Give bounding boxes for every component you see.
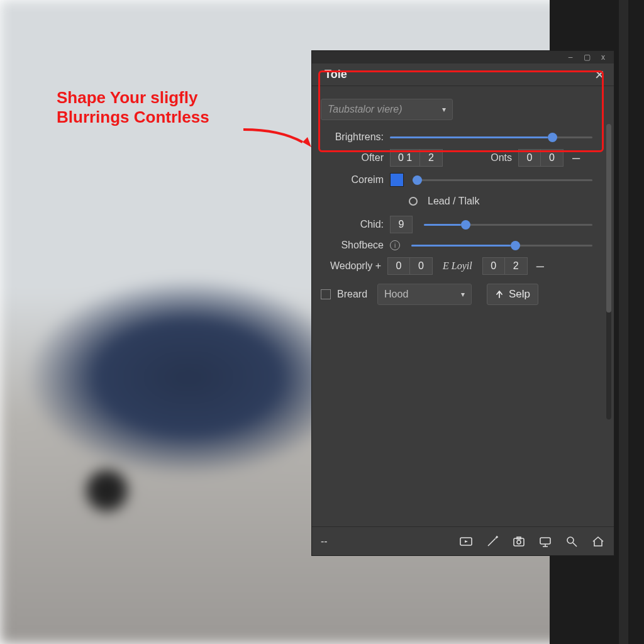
coreim-label: Coreim — [342, 174, 384, 186]
panel-body: Taubstalor viere) ▾ Brightrens: Ofter 0 … — [312, 86, 614, 526]
window-titlebar: – ▢ x — [312, 51, 614, 64]
shofbece-slider[interactable] — [411, 240, 592, 251]
loyil-input-group: 0 2 — [482, 257, 528, 275]
coreim-row: Coreim — [321, 173, 605, 187]
footer-status: -- — [321, 536, 328, 547]
panel-footer: -- — [312, 526, 614, 555]
annotation-line: Shape Your sligfly — [57, 88, 209, 108]
brightness-slider[interactable] — [390, 131, 592, 143]
window-maximize-button[interactable]: ▢ — [582, 53, 591, 62]
selp-button[interactable]: Selp — [487, 284, 538, 305]
lead-talk-row: Lead / Tlalk — [321, 196, 605, 207]
chid-row: Chid: 9 — [321, 216, 605, 233]
shofbece-label: Shofbece — [321, 240, 384, 251]
chevron-down-icon: ▾ — [442, 105, 446, 114]
play-icon[interactable] — [459, 535, 473, 548]
svg-rect-4 — [540, 538, 550, 544]
display-icon[interactable] — [538, 535, 552, 548]
shofbece-row: Shofbece i — [321, 240, 605, 251]
breard-select[interactable]: Hood ▾ — [377, 284, 472, 305]
onts-input-group: 0 0 — [518, 149, 564, 167]
ofter-onts-row: Ofter 0 1 2 Onts 0 0 – — [321, 149, 605, 167]
annotation-line: Blurrings Contrless — [57, 108, 209, 127]
brightness-row: Brightrens: — [321, 131, 605, 143]
ofter-input-group: 0 1 2 — [390, 149, 443, 167]
camera-icon[interactable] — [512, 535, 526, 548]
chid-label: Chid: — [321, 219, 384, 230]
chevron-down-icon: ▾ — [461, 290, 465, 299]
app-right-bar-inner — [619, 0, 628, 644]
onts-label: Onts — [468, 152, 512, 164]
wedoprly-label: Wedoprly + — [321, 260, 381, 272]
tab-tole[interactable]: Tole — [317, 64, 355, 85]
ofter-label: Ofter — [352, 152, 384, 164]
preset-row: Taubstalor viere) ▾ — [321, 99, 605, 120]
wedoprly-input-group: 0 0 — [387, 257, 433, 275]
annotation-callout: Shape Your sligfly Blurrings Contrless — [57, 88, 209, 127]
breard-label: Breard — [337, 289, 367, 300]
loyil-b[interactable]: 2 — [505, 257, 528, 275]
onts-value-b[interactable]: 0 — [541, 149, 564, 167]
coreim-slider[interactable] — [413, 174, 592, 186]
scrollbar-thumb[interactable] — [606, 124, 611, 313]
onts-value-a[interactable]: 0 — [518, 149, 541, 167]
search-icon[interactable] — [565, 535, 579, 548]
upload-arrow-icon — [495, 290, 504, 299]
ofter-value-a[interactable]: 0 1 — [390, 149, 420, 167]
brightness-label: Brightrens: — [321, 131, 384, 143]
chid-slider[interactable] — [424, 219, 592, 230]
window-close-button[interactable]: x — [599, 53, 608, 62]
lead-talk-radio[interactable] — [409, 197, 418, 206]
breard-select-value: Hood — [384, 289, 408, 300]
info-icon[interactable]: i — [390, 240, 400, 250]
breard-checkbox[interactable] — [321, 289, 331, 299]
panel-close-button[interactable]: ✕ — [591, 67, 609, 82]
window-minimize-button[interactable]: – — [566, 53, 575, 62]
footer-icon-row — [459, 535, 605, 548]
panel-tab-row: Tole ✕ — [312, 64, 614, 86]
coreim-color-swatch[interactable] — [390, 173, 404, 187]
onts-minus-button[interactable]: – — [570, 150, 582, 166]
preset-select-value: Taubstalor viere) — [328, 104, 402, 115]
loyil-label: E Loyil — [443, 260, 472, 272]
svg-point-2 — [517, 540, 521, 544]
svg-point-5 — [567, 537, 574, 543]
properties-panel: – ▢ x Tole ✕ Taubstalor viere) ▾ Brightr… — [311, 50, 614, 556]
wedoprly-row: Wedoprly + 0 0 E Loyil 0 2 – — [321, 257, 605, 275]
annotation-arrow-icon — [242, 126, 318, 151]
preset-select[interactable]: Taubstalor viere) ▾ — [321, 99, 453, 120]
breard-row: Breard Hood ▾ Selp — [321, 284, 605, 305]
chid-value[interactable]: 9 — [390, 216, 413, 233]
home-icon[interactable] — [591, 535, 605, 548]
wedoprly-b[interactable]: 0 — [410, 257, 433, 275]
loyil-minus-button[interactable]: – — [534, 258, 547, 274]
loyil-a[interactable]: 0 — [482, 257, 505, 275]
selp-button-label: Selp — [509, 288, 530, 301]
lead-talk-label: Lead / Tlalk — [428, 196, 479, 207]
panel-scrollbar[interactable] — [606, 124, 611, 419]
wedoprly-a[interactable]: 0 — [387, 257, 410, 275]
wand-icon[interactable] — [486, 535, 499, 548]
ofter-value-b[interactable]: 2 — [420, 149, 443, 167]
